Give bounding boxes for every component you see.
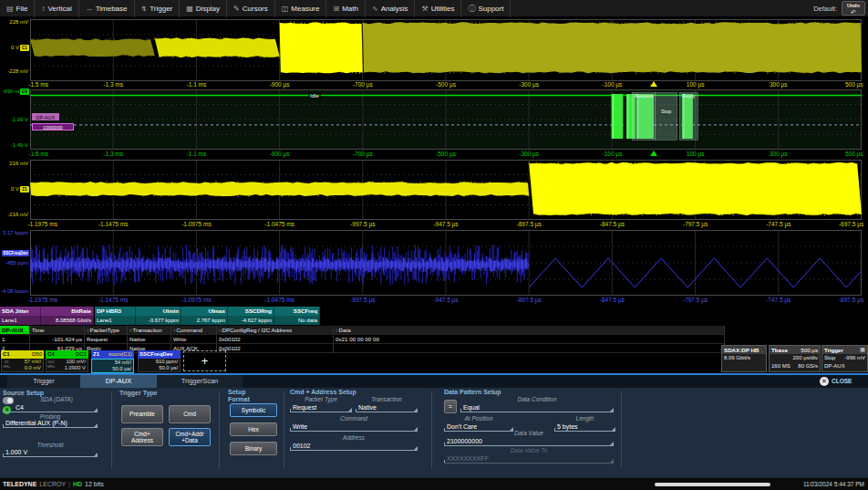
trigger-type-button[interactable]: Cmd+Addr +Data	[169, 428, 211, 446]
c1-main-plot[interactable]	[30, 19, 862, 81]
coupling-tag: D50	[32, 350, 42, 359]
threshold-field[interactable]: 1.000 V	[3, 448, 98, 457]
info-box-line: Stop-996 mV	[822, 354, 867, 362]
dropdown-corner-icon	[610, 408, 614, 412]
decode-col-header[interactable]: ▿Transaction	[128, 326, 171, 334]
col-header: UImax	[181, 307, 228, 316]
x-axis-label: -1.1 ms	[187, 81, 207, 89]
trace-badge-c4: C4	[20, 89, 29, 95]
x-axis-label: -947.5 µs	[433, 297, 458, 304]
tab-trigger[interactable]: Trigger	[7, 375, 80, 388]
x-axis-label: -1.1975 ms	[27, 297, 57, 304]
info-box-line: 8.09 Gbit/s	[722, 354, 766, 362]
trigger-type-title: Trigger Type	[119, 390, 158, 397]
info-box-trigger[interactable]: Trigger▣Stop-996 mVDP-AUX	[822, 345, 868, 372]
data-value-field[interactable]: 2100000000	[444, 437, 614, 446]
x-axis-label: -100 µs	[602, 151, 622, 158]
descriptor-z1[interactable]: Z1zoom(C1)54 mV/50.0 µs/	[91, 350, 134, 371]
brand-lecroy: LECROY	[39, 481, 66, 487]
transaction-select[interactable]: Native	[356, 403, 418, 412]
filter-icon[interactable]: ▿	[173, 328, 176, 333]
filter-icon[interactable]: ▿	[129, 328, 132, 333]
trigger-type-button[interactable]: Cmd+ Address	[121, 428, 163, 446]
decode-cell: Write	[171, 335, 217, 343]
add-trace-button[interactable]: +	[183, 350, 226, 371]
close-icon[interactable]: ✕	[820, 377, 829, 386]
field-tick	[290, 447, 291, 450]
dpaux-decode-table[interactable]: DP-AUXTime▿PacketType▿Transaction▿Comman…	[0, 326, 725, 353]
field-label: Address	[290, 434, 418, 441]
dropdown-corner-icon	[414, 446, 418, 450]
close-button[interactable]: CLOSE	[832, 377, 852, 386]
y-axis-label: -1.49 V	[1, 142, 28, 149]
probing-select[interactable]: Differential AUX (P-N)	[3, 419, 98, 428]
filter-icon[interactable]: ▿	[336, 328, 338, 333]
value-cell: Lane1	[95, 316, 136, 325]
bandwidth-badge: 33GHz	[3, 360, 10, 369]
x-axis-label: -1.1475 ms	[98, 297, 129, 304]
field-tick	[3, 424, 4, 427]
brand-logo: TELEDYNELECROY|HD12 bits	[3, 478, 104, 490]
tab-dp-aux[interactable]: DP-AUX	[80, 375, 157, 388]
y-axis-label: -4.08 kppm	[1, 288, 28, 295]
x-axis-label: -1.5 ms	[28, 81, 48, 89]
descriptor-header: Z1zoom(C1)	[91, 350, 134, 359]
data-condition-select[interactable]: Equal	[460, 403, 614, 412]
decode-col-header[interactable]: ▿Command	[171, 326, 217, 334]
decode-cell: 0x00102	[217, 335, 334, 343]
decode-source-cell[interactable]: DP-AUX	[0, 326, 30, 334]
x-axis-label: -747.5 µs	[766, 297, 790, 304]
line-right: 200 µs/div	[793, 354, 818, 362]
trigger-settings-icon[interactable]: ▣	[860, 346, 865, 354]
col-header: UImin	[136, 307, 181, 316]
decode-col-header[interactable]: ▿Data	[334, 326, 725, 334]
header-label: DPConfigReg / I2C Address	[222, 327, 293, 333]
decode-col-header[interactable]: ▿PacketType	[85, 326, 128, 334]
filter-icon[interactable]: ▿	[87, 328, 89, 333]
descriptor-body: 910 ppm/50.0 µs/	[138, 359, 181, 372]
y-axis-label: -228 mV	[1, 68, 28, 75]
setup-format-title: Setup Format	[228, 389, 250, 403]
decode-row[interactable]: 1-101.424 µsRequestNativeWrite0x001020x2…	[0, 335, 725, 344]
format-button[interactable]: Symbolic	[230, 403, 277, 417]
c4-dpaux-plot[interactable]: RequestStopReplyIdleDP-AUX1000000	[30, 89, 862, 150]
source-select[interactable]: C4	[3, 403, 98, 412]
info-box-sdax[interactable]: SDAX:DP HB8.09 Gbit/s	[721, 345, 767, 372]
command-select[interactable]: Write	[290, 422, 418, 432]
x-axis-label: -1.3 ms	[103, 151, 123, 158]
z1-zoom-plot[interactable]	[30, 160, 862, 220]
address-field[interactable]: 00102	[290, 442, 418, 451]
y-axis-label: 228 mV	[1, 19, 28, 26]
data-value-to-field[interactable]: XXXXXXXXFF	[444, 454, 614, 464]
decode-label-request: Request	[635, 93, 654, 99]
decode-label-reply: Reply	[682, 93, 695, 99]
format-button[interactable]: Hex	[230, 422, 277, 436]
sscfreqdev-plot[interactable]	[30, 230, 862, 296]
equals-button[interactable]: =	[444, 400, 457, 413]
info-box-tbase[interactable]: Tbase500 µs200 µs/div160 MS80 GS/s	[769, 345, 821, 372]
decode-col-header[interactable]: ▿DPConfigReg / I2C Address	[217, 326, 334, 334]
status-bar: TELEDYNELECROY|HD12 bits11/23/2024 5:44:…	[0, 477, 868, 490]
decode-cell: 1	[0, 335, 30, 343]
header-label: Command	[177, 327, 203, 333]
x-axis-label: -300 µs	[519, 81, 539, 89]
annotation-1000000: 1000000	[32, 123, 74, 130]
filter-icon[interactable]: ▿	[219, 328, 222, 333]
descriptor-sscfreqdev[interactable]: SSCFreqDev910 ppm/50.0 µs/	[138, 350, 181, 371]
dropdown-corner-icon	[348, 408, 352, 412]
format-button[interactable]: Binary	[230, 442, 277, 455]
col-header: SSCDRng	[228, 307, 274, 316]
field-label: SDA (DATA)	[20, 396, 93, 402]
descriptor-c4[interactable]: C4DC1600MHz100 mV/1.0900 V	[46, 350, 88, 371]
clock: 11/23/2024 5:44:37 PM	[803, 478, 864, 490]
field-label: Packet Type	[290, 396, 352, 402]
descriptor-c1[interactable]: C1D5033GHz57 mV/0.0 mV	[1, 350, 44, 371]
trigger-type-button[interactable]: Cmd	[169, 405, 211, 423]
brand-teledyne: TELEDYNE	[3, 481, 36, 487]
decode-col-header[interactable]: Time	[30, 326, 85, 334]
tab-triggerscan[interactable]: TriggerScan	[157, 375, 243, 388]
info-box-title: Trigger	[824, 346, 843, 354]
trigger-type-button[interactable]: Preamble	[121, 405, 163, 423]
packet-type-select[interactable]: Request	[290, 403, 352, 412]
taskbar-window-handle[interactable]	[655, 483, 770, 486]
